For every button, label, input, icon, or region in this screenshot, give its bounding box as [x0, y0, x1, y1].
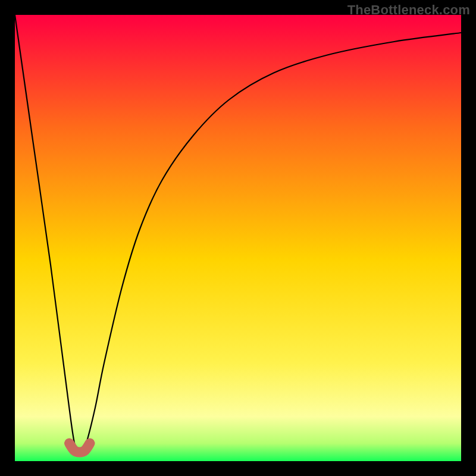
- gradient-background: [15, 15, 461, 461]
- bottleneck-chart: [15, 15, 461, 461]
- chart-container: TheBottleneck.com: [0, 0, 476, 476]
- watermark-text: TheBottleneck.com: [347, 2, 470, 18]
